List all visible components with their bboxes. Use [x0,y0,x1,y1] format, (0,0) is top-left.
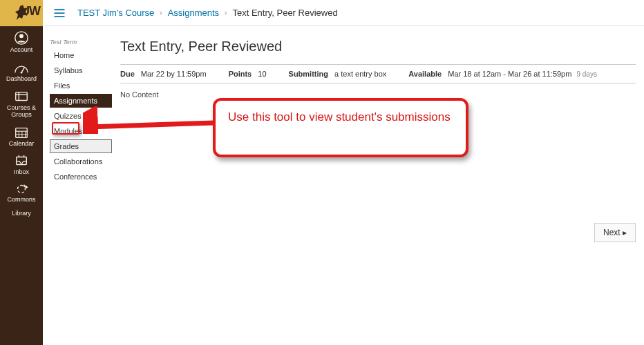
available-sub: 9 days [576,70,596,78]
rail-label: Courses & Groups [0,105,43,119]
meta-submitting: Submitting a text entry box [289,70,387,78]
breadcrumb-section[interactable]: Assignments [168,8,219,18]
available-label: Available [408,70,442,78]
rail-label: Library [0,210,43,217]
courses-icon [14,90,29,103]
inbox-icon [14,154,29,168]
meta-available: Available Mar 18 at 12am - Mar 26 at 11:… [408,70,597,78]
submitting-label: Submitting [289,70,328,78]
breadcrumb-course[interactable]: TEST Jim's Course [77,8,154,18]
course-nav-item-syllabus[interactable]: Syllabus [50,63,112,77]
rail-commons[interactable]: Commons [0,179,43,206]
next-button[interactable]: Next ▸ [594,223,636,242]
logo[interactable]: UW [0,0,43,26]
due-label: Due [120,70,135,78]
rail-label: Commons [0,197,43,204]
rail-courses[interactable]: Courses & Groups [0,86,43,121]
due-value: Mar 22 by 11:59pm [141,70,207,78]
rail-label: Inbox [0,169,43,176]
term-label: Test Term [50,39,112,46]
course-nav-item-grades[interactable]: Grades [50,139,112,153]
rail-dashboard[interactable]: Dashboard [0,57,43,86]
account-icon [14,30,29,46]
svg-rect-4 [16,92,28,100]
svg-line-2 [21,67,25,72]
meta-points: Points 10 [229,70,267,78]
annotation-callout: Use this tool to view student's submissi… [213,98,468,157]
rail-label: Dashboard [0,76,43,83]
dashboard-icon [14,61,29,75]
points-label: Points [229,70,252,78]
rail-inbox[interactable]: Inbox [0,150,43,179]
rail-calendar[interactable]: Calendar [0,121,43,150]
global-nav: UW Account Dashboard Courses & Groups [0,0,43,345]
course-nav-item-modules[interactable]: Modules [50,124,112,138]
breadcrumb-sep: › [160,9,162,17]
course-nav: Test Term HomeSyllabusFilesAssignmentsQu… [50,39,112,185]
course-nav-item-files[interactable]: Files [50,79,112,92]
rail-label: Account [0,47,43,54]
svg-point-3 [21,72,23,74]
page-title: Text Entry, Peer Reviewed [120,39,636,55]
course-nav-item-conferences[interactable]: Conferences [50,170,112,184]
logo-text: UW [21,4,40,19]
calendar-icon [14,126,29,139]
rail-account[interactable]: Account [0,26,43,57]
rail-label: Calendar [0,141,43,148]
meta-due: Due Mar 22 by 11:59pm [120,70,207,78]
course-nav-item-home[interactable]: Home [50,48,112,62]
assignment-meta: Due Mar 22 by 11:59pm Points 10 Submitti… [120,64,636,83]
course-nav-item-collaborations[interactable]: Collaborations [50,155,112,168]
course-nav-item-quizzes[interactable]: Quizzes [50,109,112,123]
available-value: Mar 18 at 12am - Mar 26 at 11:59pm [448,70,571,78]
rail-library[interactable]: Library [0,206,43,220]
hamburger-icon[interactable] [53,6,66,20]
commons-icon [14,183,29,195]
course-nav-item-assignments[interactable]: Assignments [50,94,112,108]
submitting-value: a text entry box [334,70,386,78]
points-value: 10 [258,70,266,78]
svg-point-1 [19,34,23,38]
breadcrumb-sep: › [225,9,227,17]
breadcrumb-page: Text Entry, Peer Reviewed [232,8,337,18]
topbar: TEST Jim's Course › Assignments › Text E… [43,0,644,26]
